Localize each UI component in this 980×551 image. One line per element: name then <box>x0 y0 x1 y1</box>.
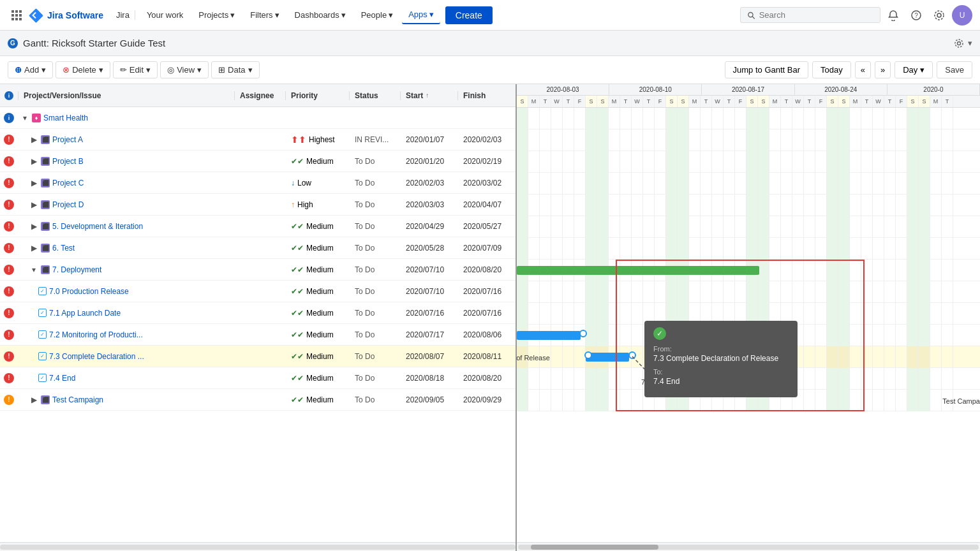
row-link[interactable]: 7.2 Monitoring of Producti... <box>49 330 143 339</box>
row-link[interactable]: Project A <box>52 135 83 144</box>
gantt-horizontal-scrollbar[interactable] <box>517 542 980 551</box>
day-cell: F <box>655 96 666 107</box>
settings-button[interactable] <box>929 5 949 26</box>
gantt-grid-cell <box>735 195 746 216</box>
expand-button[interactable]: ▶ <box>29 244 38 253</box>
today-button[interactable]: Today <box>812 61 851 78</box>
expand-button[interactable]: ▶ <box>29 395 38 404</box>
row-link[interactable]: Project B <box>52 157 84 166</box>
day-cell: W <box>792 96 804 107</box>
expand-button[interactable]: ▶ <box>29 179 38 187</box>
nav-your-work[interactable]: Your work <box>140 6 189 24</box>
gantt-grid-cell <box>942 346 953 368</box>
gantt-grid-cell <box>540 195 551 216</box>
gantt-grid-cell <box>815 151 827 173</box>
row-link[interactable]: Smart Health <box>43 114 88 122</box>
error-icon: ! <box>4 265 14 275</box>
gantt-bar-complete-declaration[interactable] <box>586 353 629 362</box>
finish-cell: 2020/07/09 <box>458 244 516 253</box>
gantt-grid-cell <box>792 216 804 238</box>
prev-arrow-button[interactable]: « <box>855 61 871 78</box>
notifications-button[interactable] <box>883 5 903 26</box>
gantt-grid-cell <box>919 346 930 368</box>
issue-type-icon: ♦ <box>32 114 41 122</box>
collapse-button[interactable]: ▾ <box>20 114 29 122</box>
jira-logo[interactable]: Jira Software <box>28 8 103 23</box>
gantt-grid-cell <box>574 151 586 173</box>
gantt-grid-cell <box>563 346 574 368</box>
nav-apps[interactable]: Apps ▾ <box>402 6 440 24</box>
nav-filters[interactable]: Filters ▾ <box>244 6 285 24</box>
row-link[interactable]: 7.1 App Launch Date <box>49 309 121 318</box>
gantt-grid-cell <box>620 195 632 216</box>
scroll-track[interactable] <box>518 545 979 550</box>
row-link[interactable]: 5. Development & Iteration <box>52 222 143 231</box>
help-button[interactable]: ? <box>906 5 926 26</box>
delete-button[interactable]: ⊗ Delete ▾ <box>56 61 110 78</box>
gantt-bar-monitoring[interactable] <box>517 331 581 340</box>
row-link[interactable]: Test Campaign <box>52 395 103 404</box>
gantt-grid-cell <box>815 173 827 195</box>
scroll-thumb[interactable] <box>531 545 658 550</box>
next-arrow-button[interactable]: » <box>875 61 891 78</box>
expand-button[interactable]: ▶ <box>29 157 38 166</box>
gantt-body[interactable]: n of Release 7.4 End Test Campa ✓ From: … <box>517 108 980 542</box>
create-button[interactable]: Create <box>445 6 493 24</box>
gantt-grid-cell <box>540 368 551 390</box>
data-button[interactable]: ⊞ Data ▾ <box>211 61 259 78</box>
issue-type-icon: ⬛ <box>41 244 50 253</box>
save-button[interactable]: Save <box>937 61 972 78</box>
edit-button[interactable]: ✏ Edit ▾ <box>113 61 158 78</box>
expand-button[interactable]: ▶ <box>29 222 38 231</box>
gantt-grid-cell <box>769 281 781 303</box>
left-horizontal-scrollbar[interactable] <box>0 542 516 551</box>
nav-projects[interactable]: Projects ▾ <box>192 6 241 24</box>
gantt-grid-cell <box>838 129 850 151</box>
gantt-bar-deployment[interactable] <box>517 266 759 275</box>
row-link[interactable]: Project D <box>52 200 84 209</box>
gantt-grid-cell <box>712 108 724 129</box>
issue-type-icon: ⬛ <box>41 157 50 166</box>
row-link[interactable]: 7.3 Complete Declaration ... <box>49 352 144 361</box>
jump-to-gantt-button[interactable]: Jump to Gantt Bar <box>725 61 809 78</box>
gantt-grid-cell <box>563 281 574 303</box>
gantt-grid-cell <box>861 108 873 129</box>
gantt-grid-cell <box>850 195 861 216</box>
nav-dashboards[interactable]: Dashboards ▾ <box>288 6 352 24</box>
gantt-grid-cell <box>804 129 815 151</box>
gantt-grid-cell <box>919 368 930 390</box>
gantt-grid-cell <box>850 325 861 346</box>
row-link[interactable]: 7.4 End <box>49 374 75 383</box>
add-button[interactable]: ⊕ Add ▾ <box>8 61 53 78</box>
row-link[interactable]: Project C <box>52 179 84 187</box>
gantt-grid-cell <box>919 216 930 238</box>
gantt-grid-row <box>517 216 980 238</box>
chevron-down-icon: ▾ <box>341 10 346 20</box>
day-view-button[interactable]: Day ▾ <box>895 61 933 78</box>
expand-button[interactable]: ▶ <box>29 135 38 144</box>
search-input[interactable] <box>759 10 873 20</box>
gantt-grid-cell <box>586 390 597 411</box>
row-link[interactable]: 6. Test <box>52 244 75 253</box>
nav-people[interactable]: People ▾ <box>355 6 399 24</box>
search-box[interactable] <box>740 7 880 23</box>
row-name-cell: ✓ 7.1 App Launch Date <box>18 309 235 318</box>
row-link[interactable]: 7.0 Production Release <box>49 287 129 296</box>
table-row-highlighted: ! ✓ 7.3 Complete Declaration ... ✔✔ Medi… <box>0 346 516 367</box>
gantt-grid-cell <box>551 238 563 260</box>
gantt-grid-cell <box>678 129 689 151</box>
gantt-grid-cell <box>861 151 873 173</box>
gantt-grid-cell <box>655 238 666 260</box>
svg-rect-4 <box>15 14 18 17</box>
expand-button[interactable]: ▶ <box>29 200 38 209</box>
gantt-grid-cell <box>850 260 861 281</box>
scroll-track[interactable] <box>0 545 516 550</box>
gantt-grid-cell <box>517 281 528 303</box>
gantt-grid-cell <box>620 238 632 260</box>
collapse-button[interactable]: ▾ <box>29 265 38 274</box>
user-avatar[interactable]: U <box>952 5 972 26</box>
view-button[interactable]: ◎ View ▾ <box>160 61 209 78</box>
grid-menu-button[interactable] <box>8 6 26 24</box>
row-link[interactable]: 7. Deployment <box>52 265 101 274</box>
gantt-settings-button[interactable]: ▾ <box>954 38 972 48</box>
